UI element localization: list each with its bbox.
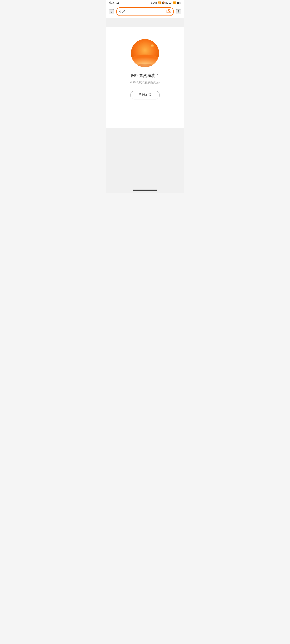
- network-speed: 8.1K/s: [151, 2, 157, 4]
- svg-point-2: [178, 11, 179, 12]
- hd-icon: HD: [166, 2, 168, 4]
- status-time: 晚上7:11: [109, 1, 119, 5]
- home-indicator-area: [106, 188, 184, 193]
- reload-button[interactable]: 重新加载: [130, 91, 160, 100]
- wifi-icon: 📶: [173, 2, 176, 4]
- svg-point-3: [178, 12, 179, 13]
- main-content: 网络竟然崩溃了 别紧张,试试看刷新页面~ 重新加载: [106, 27, 184, 128]
- more-button[interactable]: [176, 9, 181, 14]
- bottom-area: [106, 128, 184, 188]
- search-input-container[interactable]: 小米: [116, 7, 174, 16]
- camera-search-icon[interactable]: [167, 9, 171, 14]
- error-illustration: [131, 39, 159, 67]
- status-bar: 晚上7:11 8.1K/s 📶 🔕 HD 📶: [106, 0, 184, 6]
- back-button[interactable]: [109, 9, 114, 14]
- search-bar: 小米: [106, 6, 184, 18]
- signal-icon: [169, 2, 172, 4]
- error-subtitle: 别紧张,试试看刷新页面~: [130, 81, 160, 84]
- svg-point-12: [137, 47, 137, 48]
- home-indicator-bar: [133, 190, 157, 190]
- svg-point-9: [139, 44, 140, 44]
- search-query: 小米: [119, 10, 167, 14]
- svg-point-1: [178, 10, 179, 11]
- battery-icon: [177, 2, 181, 4]
- svg-point-10: [142, 42, 142, 43]
- svg-point-11: [149, 43, 149, 44]
- sub-header: [106, 18, 184, 27]
- error-title: 网络竟然崩溃了: [131, 73, 159, 78]
- status-icons: 8.1K/s 📶 🔕 HD 📶: [151, 2, 181, 4]
- svg-point-8: [151, 44, 152, 46]
- svg-point-0: [168, 10, 169, 12]
- mute-icon: 🔕: [162, 2, 165, 4]
- bluetooth-icon: 📶: [158, 2, 161, 4]
